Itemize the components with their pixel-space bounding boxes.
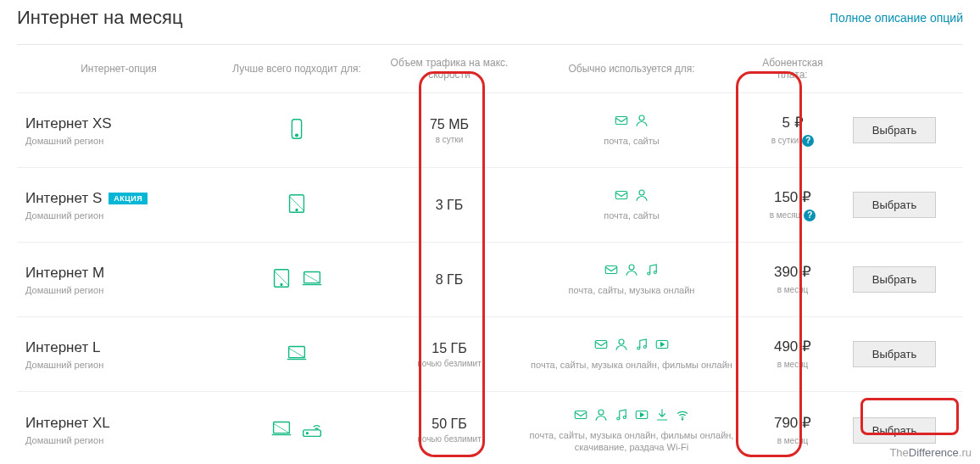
plan-region: Домашний регион (25, 136, 212, 146)
svg-rect-24 (575, 411, 587, 419)
mail-icon (604, 262, 619, 277)
plan-price-period: в месяц (777, 285, 809, 294)
svg-point-17 (619, 339, 624, 344)
plan-volume: 15 ГБ (381, 341, 517, 356)
plan-usage: почта, сайты, музыка онлайн, фильмы онла… (517, 429, 746, 454)
plan-price: 490 (774, 338, 798, 355)
plan-volume: 75 МБ (381, 117, 517, 132)
plan-name: Интернет M (25, 265, 104, 282)
mail-icon (593, 337, 609, 352)
svg-point-1 (296, 134, 298, 137)
user-icon (634, 187, 649, 203)
svg-point-25 (599, 410, 604, 415)
select-button[interactable]: Выбрать (853, 266, 936, 293)
select-button[interactable]: Выбрать (853, 117, 936, 143)
plan-region: Домашний регион (25, 210, 212, 221)
watermark: TheDifference.ru (889, 446, 972, 459)
laptop-icon (284, 340, 309, 366)
select-button[interactable]: Выбрать (853, 341, 936, 367)
table-row: Интернет XL Домашний регион 50 ГБ ночью … (17, 391, 963, 464)
music-icon (614, 407, 629, 422)
tablet-icon (284, 191, 309, 216)
svg-rect-2 (615, 117, 627, 125)
plan-price: 390 (774, 264, 798, 280)
router-icon (299, 416, 325, 441)
plan-usage: почта, сайты, музыка онлайн (517, 284, 746, 296)
svg-point-27 (623, 416, 626, 419)
plan-usage: почта, сайты (517, 135, 746, 147)
plan-name: Интернет S (25, 190, 102, 207)
user-icon (634, 113, 649, 128)
mail-icon (573, 407, 588, 422)
info-icon[interactable]: ? (804, 210, 816, 221)
plan-usage: почта, сайты (517, 210, 746, 221)
plan-volume-sub: ночью безлимит (381, 359, 517, 368)
svg-point-18 (638, 347, 640, 349)
svg-point-14 (654, 271, 656, 274)
svg-rect-16 (595, 341, 607, 349)
svg-point-26 (617, 417, 620, 420)
svg-point-19 (643, 346, 646, 349)
plan-name: Интернет XL (25, 415, 110, 432)
plan-usage: почта, сайты, музыка онлайн, фильмы онла… (517, 359, 746, 371)
tablet-icon (269, 266, 294, 291)
user-icon (624, 262, 639, 277)
page-title: Интернет на месяц (17, 7, 182, 29)
ruble-icon (802, 338, 811, 355)
plan-price: 790 (774, 415, 798, 431)
user-icon (614, 337, 629, 352)
svg-point-29 (682, 419, 683, 421)
svg-point-5 (296, 209, 298, 210)
wifi-icon (675, 407, 690, 422)
svg-point-12 (629, 265, 634, 270)
laptop-icon (299, 266, 325, 291)
svg-point-9 (281, 283, 282, 285)
col-header-usage: Обычно используется для: (517, 63, 746, 75)
full-description-link[interactable]: Полное описание опций (830, 11, 963, 25)
mail-icon (614, 113, 629, 128)
plan-volume-sub: ночью безлимит (381, 434, 517, 444)
laptop-icon (269, 416, 294, 441)
ruble-icon (802, 189, 811, 205)
plan-price-period: в месяц (777, 436, 809, 445)
plan-price-period: в месяц (777, 360, 809, 369)
svg-point-13 (648, 272, 650, 275)
table-header-row: Интернет-опция Лучше всего подходит для:… (17, 45, 963, 92)
promo-badge: АКЦИЯ (109, 193, 148, 204)
col-header-bestfor: Лучше всего подходит для: (212, 63, 381, 75)
svg-point-23 (306, 433, 308, 434)
plans-table: Интернет-опция Лучше всего подходит для:… (17, 44, 963, 464)
table-row: Интернет S АКЦИЯ Домашний регион 3 ГБ по… (17, 167, 963, 242)
plan-name: Интернет L (25, 339, 100, 356)
table-row: Интернет M Домашний регион 8 ГБ почта, с… (17, 242, 963, 316)
table-row: Интернет L Домашний регион 15 ГБ ночью б… (17, 316, 963, 391)
col-header-volume: Объем трафика на макс. скорости (381, 57, 517, 81)
col-header-price: Абонентская плата: (746, 57, 839, 81)
svg-rect-11 (605, 266, 617, 274)
svg-point-3 (639, 115, 644, 120)
plan-volume-sub: в сутки (381, 135, 517, 144)
music-icon (634, 337, 649, 352)
plan-volume: 50 ГБ (381, 416, 517, 432)
col-header-option: Интернет-опция (17, 63, 212, 75)
info-icon[interactable]: ? (802, 135, 814, 147)
svg-rect-6 (615, 192, 627, 199)
video-icon (654, 337, 670, 352)
video-icon (634, 407, 649, 422)
plan-price-period: в сутки (771, 136, 799, 145)
select-button[interactable]: Выбрать (853, 192, 936, 218)
ruble-icon (794, 115, 804, 131)
plan-price: 150 (774, 189, 798, 205)
phone-icon (284, 116, 309, 142)
music-icon (644, 262, 660, 277)
plan-price: 5 (782, 115, 789, 131)
plan-region: Домашний регион (25, 360, 212, 370)
select-button[interactable]: Выбрать (853, 417, 936, 444)
user-icon (593, 407, 609, 422)
svg-point-7 (639, 190, 644, 195)
ruble-icon (802, 415, 811, 431)
ruble-icon (802, 264, 811, 280)
plan-volume: 3 ГБ (381, 198, 517, 213)
plan-region: Домашний регион (25, 285, 212, 295)
plan-region: Домашний регион (25, 435, 212, 445)
